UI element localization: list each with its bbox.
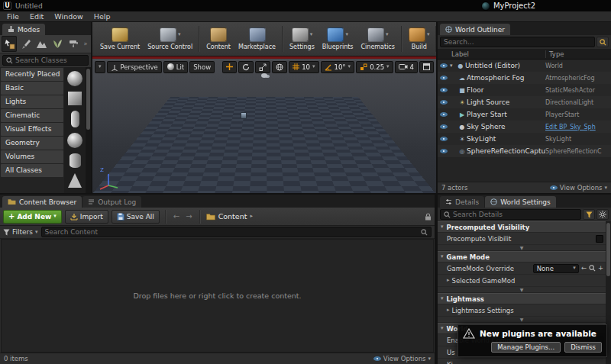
chevron-down-icon[interactable]: ▾ [345, 32, 348, 37]
details-settings-button[interactable] [596, 209, 609, 220]
visibility-eye-icon[interactable] [440, 124, 448, 129]
tab-world-settings[interactable]: World Settings [485, 196, 556, 208]
foliage-mode-button[interactable] [50, 36, 65, 52]
details-search-input[interactable] [453, 211, 577, 218]
maximize-viewport-button[interactable] [419, 61, 434, 73]
outliner-row[interactable]: ■ Floor StaticMeshActor [438, 84, 611, 96]
perspective-button[interactable]: Perspective [107, 61, 162, 73]
outliner-search-button[interactable] [596, 37, 609, 47]
rotation-snap-button[interactable]: 10° ▾ [321, 61, 355, 73]
chevron-right-icon[interactable]: ▸ [447, 278, 450, 283]
visibility-eye-icon[interactable] [440, 76, 448, 80]
menu-file[interactable]: File [2, 12, 24, 21]
section-lightmass[interactable]: ▾ Lightmass [438, 293, 606, 304]
forward-arrow-icon[interactable]: → [184, 212, 193, 221]
chevron-down-icon[interactable]: ▾ [178, 32, 181, 37]
move-tool-button[interactable] [222, 61, 237, 73]
asset-thumbnail-cylinder[interactable] [70, 153, 81, 168]
visibility-eye-icon[interactable] [440, 88, 448, 92]
cinematics-button[interactable]: ▾ Cinematics [357, 26, 399, 52]
chevron-down-icon[interactable]: ▾ [386, 64, 390, 69]
level-viewport[interactable]: ▾ Perspective Lit Show [92, 56, 436, 193]
filters-button[interactable]: Filters ▾ [3, 228, 38, 236]
category-lights[interactable]: Lights [1, 95, 63, 108]
chevron-down-icon[interactable]: ▾ [348, 64, 351, 69]
menu-edit[interactable]: Edit [24, 12, 49, 21]
viewport-options-button[interactable]: ▾ [95, 61, 105, 73]
menu-window[interactable]: Window [49, 12, 88, 21]
player-start-sprite[interactable] [241, 112, 247, 119]
show-button[interactable]: Show [189, 61, 215, 73]
category-recently-placed[interactable]: Recently Placed [1, 68, 63, 81]
manage-plugins-button[interactable]: Manage Plugins... [491, 342, 561, 353]
browse-search-icon[interactable] [589, 265, 596, 272]
world-space-button[interactable] [272, 61, 287, 73]
section-expander[interactable]: ▼ [438, 287, 606, 293]
gamemode-override-dropdown[interactable]: None ▾ [533, 264, 579, 273]
content-search-input[interactable] [45, 228, 419, 236]
category-visual-effects[interactable]: Visual Effects [1, 123, 63, 136]
section-expander[interactable]: ▼ [438, 317, 606, 323]
details-search-box[interactable] [440, 209, 581, 220]
modes-scrollbar[interactable] [86, 67, 91, 193]
outliner-row[interactable]: ◎ SphereReflectionCapture SphereReflecti… [438, 145, 611, 157]
outliner-row[interactable]: ▶ Player Start PlayerStart [438, 108, 611, 121]
save-current-button[interactable]: Save Current [96, 26, 144, 52]
use-selected-arrow-icon[interactable]: ← [581, 265, 587, 272]
content-view-options-button[interactable]: View Options ▾ [373, 355, 431, 362]
search-classes-input[interactable] [15, 56, 85, 64]
scale-snap-button[interactable]: 0.25 ▾ [356, 61, 393, 73]
content-button[interactable]: Content [202, 26, 234, 52]
more-modes-chevron-icon[interactable]: » [82, 36, 89, 52]
section-game-mode[interactable]: ▾ Game Mode [438, 251, 606, 263]
chevron-right-icon[interactable]: ▸ [447, 308, 450, 313]
source-control-button[interactable]: ▾ Source Control [144, 26, 196, 52]
visibility-eye-icon[interactable] [440, 100, 448, 105]
outliner-search-box[interactable] [440, 37, 595, 47]
save-all-button[interactable]: Save All [112, 210, 160, 224]
visibility-eye-icon[interactable] [440, 149, 448, 153]
marketplace-button[interactable]: Marketplace [234, 26, 280, 52]
visibility-eye-icon[interactable] [440, 137, 448, 141]
atmospheric-fog-sprite[interactable] [261, 73, 267, 78]
outliner-view-options-button[interactable]: View Options ▾ [550, 184, 607, 192]
column-type[interactable]: Type [545, 50, 611, 58]
back-arrow-icon[interactable]: ← [172, 212, 181, 221]
asset-thumbnail-sphere[interactable] [67, 133, 82, 148]
lock-icon[interactable] [425, 213, 432, 221]
section-precomputed-visibility[interactable]: ▾ Precomputed Visibility [438, 221, 606, 233]
menu-help[interactable]: Help [89, 12, 116, 21]
chevron-down-icon[interactable]: ▾ [310, 32, 313, 37]
content-search-box[interactable] [41, 227, 432, 237]
mesh-paint-mode-button[interactable] [66, 36, 81, 52]
tab-modes[interactable]: Modes [2, 24, 45, 35]
add-new-button[interactable]: + Add New ▾ [3, 210, 62, 224]
tab-details[interactable]: Details [440, 196, 484, 208]
lit-mode-button[interactable]: Lit [163, 61, 188, 73]
outliner-row[interactable]: ☀ Light Source DirectionalLight [438, 96, 611, 108]
category-cinematic[interactable]: Cinematic [1, 109, 63, 122]
asset-thumbnail-cone[interactable] [68, 173, 82, 188]
breadcrumb[interactable]: Content ▸ [206, 212, 253, 221]
category-all-classes[interactable]: All Classes [1, 164, 63, 177]
import-button[interactable]: Import [65, 210, 108, 224]
expander-icon[interactable]: ▾ [450, 63, 456, 69]
outliner-row[interactable]: ☀ SkyLight SkyLight [438, 133, 611, 145]
chevron-down-icon[interactable]: ▾ [386, 32, 389, 37]
rotate-tool-button[interactable] [238, 61, 254, 73]
visibility-eye-icon[interactable] [440, 112, 448, 117]
add-gamemode-plus-icon[interactable]: + [598, 265, 603, 272]
dismiss-button[interactable]: Dismiss [564, 342, 602, 353]
search-classes-box[interactable] [2, 55, 89, 66]
precompute-visibility-checkbox[interactable] [596, 235, 603, 243]
chevron-down-icon[interactable]: ▾ [427, 32, 430, 37]
scale-tool-button[interactable] [255, 61, 270, 73]
outliner-row[interactable]: ● Sky Sphere Edit BP_Sky_Sph [438, 121, 611, 133]
category-basic[interactable]: Basic [1, 82, 63, 95]
camera-speed-button[interactable]: 4 [395, 61, 418, 73]
category-volumes[interactable]: Volumes [1, 150, 63, 163]
chevron-down-icon[interactable]: ▾ [312, 64, 315, 69]
asset-view[interactable]: Drop files here or right click to create… [1, 239, 434, 353]
outliner-search-input[interactable] [444, 38, 591, 46]
visibility-eye-icon[interactable] [440, 63, 448, 68]
